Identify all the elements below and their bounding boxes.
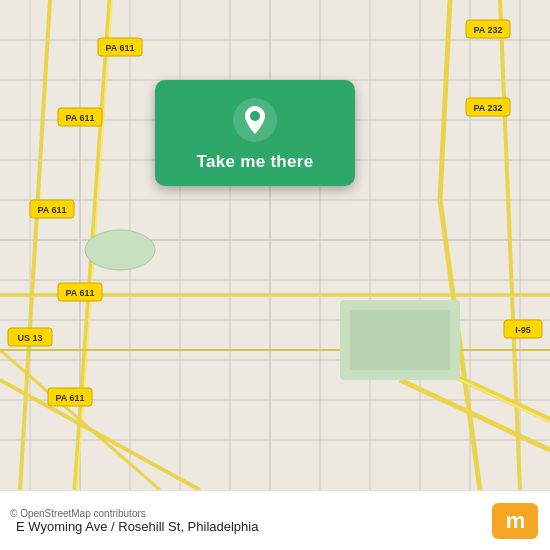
attribution-text: © OpenStreetMap contributors xyxy=(10,508,492,519)
svg-point-38 xyxy=(85,230,155,270)
location-card[interactable]: Take me there xyxy=(155,80,355,186)
svg-text:PA 611: PA 611 xyxy=(37,205,66,215)
map-container: PA 611 PA 611 PA 611 PA 611 PA 611 US 13… xyxy=(0,0,550,490)
map-svg: PA 611 PA 611 PA 611 PA 611 PA 611 US 13… xyxy=(0,0,550,490)
svg-text:I-95: I-95 xyxy=(515,325,531,335)
svg-text:PA 611: PA 611 xyxy=(55,393,84,403)
moovit-logo-mark: m xyxy=(492,503,538,539)
svg-text:PA 611: PA 611 xyxy=(105,43,134,53)
svg-text:PA 232: PA 232 xyxy=(473,25,502,35)
take-me-there-button[interactable]: Take me there xyxy=(197,152,314,172)
svg-text:US 13: US 13 xyxy=(17,333,42,343)
location-label: E Wyoming Ave / Rosehill St, Philadelphi… xyxy=(16,519,492,534)
svg-text:PA 232: PA 232 xyxy=(473,103,502,113)
svg-text:PA 611: PA 611 xyxy=(65,288,94,298)
moovit-logo: m xyxy=(492,503,538,539)
svg-point-58 xyxy=(250,111,260,121)
svg-rect-37 xyxy=(350,310,450,370)
svg-text:PA 611: PA 611 xyxy=(65,113,94,123)
location-pin-icon xyxy=(233,98,277,142)
bottom-bar: © OpenStreetMap contributors E Wyoming A… xyxy=(0,490,550,550)
